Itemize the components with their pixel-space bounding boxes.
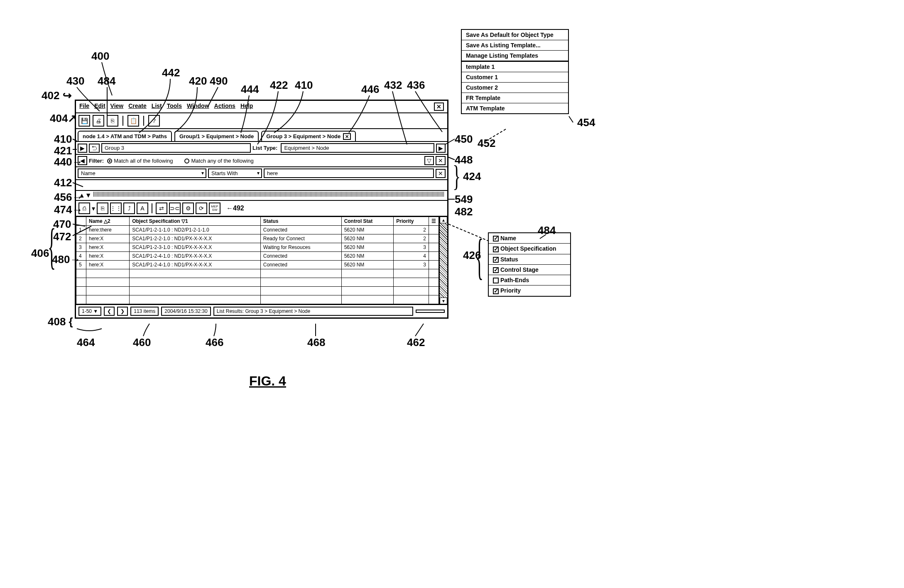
callout-484b: 484 <box>538 224 556 237</box>
menu-item-template[interactable]: ATM Template <box>462 103 568 113</box>
menu-view[interactable]: View <box>110 102 124 111</box>
vertical-scrollbar[interactable]: ▲ ▼ <box>439 217 447 304</box>
nav-forward-icon[interactable]: ▶ <box>436 144 446 153</box>
column-option[interactable]: Path-Ends <box>489 275 570 285</box>
help-icon[interactable]: ? <box>148 115 160 127</box>
menu-tools[interactable]: Tools <box>167 102 182 111</box>
scroll-down-icon[interactable]: ▼ <box>440 298 447 304</box>
table-row[interactable]: 3here:XSCA1/P1-2-3-1.0 : ND1/PX-X-X-X.XW… <box>76 243 439 252</box>
tool-icon-9[interactable]: ⟳ <box>196 203 207 214</box>
menu-edit[interactable]: Edit <box>94 102 105 111</box>
page-range-dropdown[interactable]: 1-50 ▼ <box>78 307 101 316</box>
status-bar: 1-50 ▼ ❮ ❯ 113 items 2004/9/16 15:32:30 … <box>76 305 447 317</box>
tool-icon-5[interactable]: A <box>137 203 148 214</box>
menu-actions[interactable]: Actions <box>214 102 235 111</box>
menu-list[interactable]: List <box>152 102 162 111</box>
col-header-name[interactable]: Name △2 <box>86 217 130 226</box>
clipboard-icon[interactable]: 📋 <box>127 115 139 127</box>
table-header-row: Name △2 Object Specification ▽1 Status C… <box>76 217 439 226</box>
col-header-ctrl[interactable]: Control Stat <box>341 217 394 226</box>
cell-ctrl: 5620 NM <box>341 226 394 234</box>
tab-1[interactable]: node 1.4 > ATM and TDM > Paths <box>78 131 172 141</box>
page-prev-button[interactable]: ❮ <box>104 307 115 316</box>
callout-460: 460 <box>133 336 151 349</box>
menu-item-save-default[interactable]: Save As Default for Object Type <box>462 30 568 40</box>
filter-settings-icon[interactable]: ✕ <box>436 156 446 165</box>
callout-410b: 410 <box>54 133 72 146</box>
main-toolbar: 💾 🖨 ⎘ 📋 ? <box>76 113 447 129</box>
tool-icon-2[interactable]: ⎘ <box>97 203 108 214</box>
callout-480: 480→ <box>52 253 81 266</box>
tab-close-icon[interactable]: ✕ <box>343 133 351 140</box>
list-type-label: List Type: <box>252 145 277 151</box>
window-close-button[interactable]: ✕ <box>434 102 444 111</box>
cell-menu <box>429 261 439 269</box>
radio-match-any[interactable]: Match any of the following <box>184 158 253 164</box>
callout-430: 430 <box>66 75 84 88</box>
tool-icon-3[interactable]: ⋮⋮ <box>110 203 122 214</box>
nav-arrow-icon[interactable]: ▶ <box>78 144 87 153</box>
page-next-button[interactable]: ❯ <box>117 307 128 316</box>
cell-n: 1 <box>76 226 86 234</box>
tool-icon-4[interactable]: ⤴ <box>123 203 135 214</box>
callout-442: 442 <box>162 66 180 79</box>
column-option[interactable]: Control Stage <box>489 265 570 275</box>
tool-icon-6[interactable]: ⇄ <box>156 203 167 214</box>
col-header-objspec[interactable]: Object Specification ▽1 <box>130 217 261 226</box>
column-option[interactable]: Priority <box>489 285 570 295</box>
col-header-menu-icon[interactable]: ☰ <box>429 217 439 226</box>
tool-icon-8[interactable]: ⚙ <box>182 203 194 214</box>
cell-name: here:X <box>86 234 130 243</box>
menu-help[interactable]: Help <box>240 102 253 111</box>
column-option[interactable]: Name <box>489 233 570 244</box>
filter-attribute-dropdown[interactable]: Name <box>78 168 206 178</box>
tool-icon-7[interactable]: ⊃⊂ <box>169 203 181 214</box>
table-row[interactable]: 1here:thereSCA1/P1-2-1-1.0 : ND2/P1-2-1-… <box>76 226 439 234</box>
menu-item-manage-templates[interactable]: Manage Listing Templates <box>462 51 568 62</box>
col-header-status[interactable]: Status <box>260 217 341 226</box>
tab-3[interactable]: Group 3 > Equipment > Node✕ <box>261 131 356 141</box>
menu-create[interactable]: Create <box>128 102 147 111</box>
menu-item-template[interactable]: Customer 2 <box>462 83 568 93</box>
col-header-priority[interactable]: Priority <box>394 217 429 226</box>
group-field[interactable]: Group 3 <box>101 143 251 153</box>
column-option[interactable]: Object Specification <box>489 244 570 254</box>
filter-blank-row <box>76 180 447 191</box>
table-row[interactable]: 5here:XSCA1/P1-2-4-1.0 : ND1/PX-X-X-X.XC… <box>76 261 439 269</box>
print-icon[interactable]: 🖨 <box>93 115 104 127</box>
nav-back-icon[interactable]: ⮌ <box>89 144 100 153</box>
callout-406: 406 <box>31 247 49 260</box>
list-type-field[interactable]: Equipment > Node <box>281 143 434 153</box>
filter-value-input[interactable]: here <box>264 168 434 178</box>
export-icon[interactable]: ⎘ <box>107 115 118 127</box>
table-row-empty <box>76 269 439 278</box>
column-picker-popup: Name Object Specification Status Control… <box>488 232 571 297</box>
tool-icon-mep[interactable]: MEP SW <box>209 203 220 214</box>
filter-operator-dropdown[interactable]: Starts With <box>208 168 262 178</box>
menu-file[interactable]: File <box>79 102 89 111</box>
callout-490: 490 <box>210 75 228 88</box>
splitter-row[interactable]: ▲▼ <box>76 191 447 201</box>
menu-item-template[interactable]: template 1 <box>462 62 568 72</box>
filter-remove-icon[interactable]: ✕ <box>436 169 446 178</box>
column-option[interactable]: Status <box>489 254 570 265</box>
callout-456: 456→ <box>54 191 83 204</box>
cell-status: Connected <box>260 261 341 269</box>
callout-466: 466 <box>206 336 223 349</box>
table-row[interactable]: 4here:XSCA1/P1-2-4-1.0 : ND1/PX-X-X-X.XC… <box>76 252 439 261</box>
cell-n: 2 <box>76 234 86 243</box>
save-icon[interactable]: 💾 <box>78 115 90 127</box>
tool-dropdown-icon[interactable]: ▾ <box>92 205 95 212</box>
scroll-up-icon[interactable]: ▲ <box>440 217 447 223</box>
col-header-rownum[interactable] <box>76 217 86 226</box>
table-row[interactable]: 2here:XSCA1/P1-2-2-1.0 : ND1/PX-X-X-X.XR… <box>76 234 439 243</box>
filter-apply-icon[interactable]: ▽ <box>424 156 434 165</box>
menu-item-template[interactable]: Customer 1 <box>462 72 568 83</box>
radio-match-all[interactable]: Match all of the following <box>107 158 173 164</box>
menu-window[interactable]: Window <box>187 102 209 111</box>
tab-2[interactable]: Group/1 > Equipment > Node <box>174 131 259 141</box>
cell-objspec: SCA1/P1-2-4-1.0 : ND1/PX-X-X-X.X <box>130 252 261 261</box>
menu-item-save-template[interactable]: Save As Listing Template... <box>462 40 568 51</box>
cell-ctrl: 5620 NM <box>341 243 394 252</box>
menu-item-template[interactable]: FR Template <box>462 93 568 103</box>
